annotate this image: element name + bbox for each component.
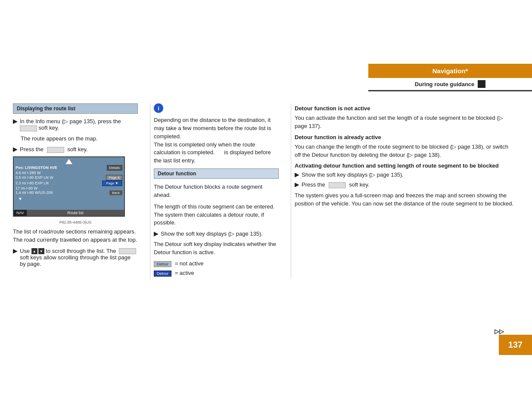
nav-row-5: 1.4 mi I-80 W/US-206 Back <box>14 190 124 195</box>
detour-active-text: = active <box>175 270 194 276</box>
nav-row-1: 4.6 mi I-280 W <box>14 171 124 175</box>
detour-inactive-row: Detour = not active <box>154 260 279 267</box>
left-bullet-1-text: In the Info menu (▷ page 135), press the… <box>20 118 138 131</box>
nav-page-a-btn[interactable]: Page A <box>106 175 122 181</box>
left-para-1: The list of road/route sections remainin… <box>13 228 138 244</box>
soft-key-1 <box>20 125 37 131</box>
right-bullet-1-text: Show the soft key displays (▷ page 135). <box>302 171 404 178</box>
right-column: Detour function is not active You can ac… <box>295 103 519 279</box>
right-subheading-2: Detour function is already active <box>295 134 515 140</box>
nav-nav-label: NAV <box>14 210 27 216</box>
scroll-down-icon: ▼ <box>38 248 44 254</box>
left-bullet-3-text: Use ▲ ▼ to scroll through the list. The … <box>20 248 138 268</box>
middle-column: i Depending on the distance to the desti… <box>154 103 287 279</box>
nav-pos-label: Pos: LIVINGSTON AVE <box>16 165 57 170</box>
bullet-arrow-m1: ▶ <box>154 230 158 237</box>
detour-inactive-text: = not active <box>175 260 204 267</box>
left-bullet-2: ▶ Press the soft key. <box>13 146 138 153</box>
left-bullet-3: ▶ Use ▲ ▼ to scroll through the list. Th… <box>13 248 138 268</box>
right-bullet-2-text: Press the soft key. <box>302 181 370 188</box>
middle-para-2: The length of this route segment can be … <box>154 203 279 227</box>
right-subheading-3: Activating detour function and setting l… <box>295 162 515 169</box>
soft-key-2 <box>47 147 64 153</box>
scroll-icons: ▲ ▼ <box>31 248 44 254</box>
col-divider-2 <box>291 103 291 279</box>
nav-row-2: 0.5 mi I-80 EXP LN W Page A <box>14 175 124 181</box>
bullet-arrow-2: ▶ <box>13 146 17 153</box>
middle-bullet-1: ▶ Show the soft key displays (▷ page 135… <box>154 230 279 237</box>
left-section-header: Displaying the route list <box>13 103 138 114</box>
detour-active-btn: Detour <box>154 271 171 277</box>
right-para-1: You can activate the function and set th… <box>295 114 515 131</box>
nav-subtitle: During route guidance <box>368 78 532 91</box>
nav-page-v-btn[interactable]: Page ▼ <box>102 181 122 186</box>
bullet-arrow-r1: ▶ <box>295 171 299 178</box>
right-bullet-1: ▶ Show the soft key displays (▷ page 135… <box>295 171 515 178</box>
nav-routelist-label: Route list <box>27 210 124 216</box>
right-para-2: You can change the length of the route s… <box>295 143 515 159</box>
nav-back-btn[interactable]: Back <box>109 190 122 195</box>
left-note-1: The route appears on the map. <box>21 135 138 143</box>
image-caption: P82.85-4486-3|US <box>13 220 138 224</box>
header-bar: Navigation* During route guidance <box>368 64 532 91</box>
nav-subtitle-text: During route guidance <box>415 81 475 87</box>
detour-active-row: Detour = active <box>154 270 279 277</box>
page-number: 137 <box>499 335 532 355</box>
left-column: Displaying the route list ▶ In the Info … <box>13 103 146 279</box>
nav-up-triangle <box>65 159 72 164</box>
nav-header-row: Pos: LIVINGSTON AVE Details <box>14 165 124 171</box>
soft-key-3 <box>119 248 136 254</box>
scroll-up-icon: ▲ <box>31 248 37 254</box>
continue-arrow: ▷▷ <box>495 328 504 335</box>
left-bullet-2-text: Press the soft key. <box>20 146 88 153</box>
right-bullet-2: ▶ Press the soft key. <box>295 181 515 188</box>
nav-row-3: 2.3 mi I-80 EXP LN Page ▼ <box>14 181 124 186</box>
middle-bullet-1-text: Show the soft key displays (▷ page 135). <box>161 230 263 237</box>
bullet-arrow-r2: ▶ <box>295 181 299 188</box>
middle-section-header: Detour function <box>154 168 279 179</box>
nav-row-4: 17 mi I-80 W <box>14 186 124 190</box>
middle-para-1: The Detour function blocks a route segme… <box>154 183 279 199</box>
nav-details-btn[interactable]: Details <box>107 165 122 171</box>
black-square-icon <box>478 80 485 88</box>
detour-inactive-btn: Detour <box>154 261 171 267</box>
nav-screen: Pos: LIVINGSTON AVE Details 4.6 mi I-280… <box>13 156 125 217</box>
bullet-arrow-1: ▶ <box>13 118 17 125</box>
middle-para-3: The Detour soft key display indicates wh… <box>154 240 279 257</box>
nav-bottom-bar: NAV Route list <box>14 210 124 216</box>
col-divider-1 <box>150 103 150 279</box>
nav-title: Navigation* <box>368 64 532 78</box>
left-bullet-1: ▶ In the Info menu (▷ page 135), press t… <box>13 118 138 131</box>
soft-key-r2 <box>329 182 346 188</box>
bullet-arrow-3: ▶ <box>13 248 17 254</box>
right-subheading-1: Detour function is not active <box>295 105 515 112</box>
middle-info-text: Depending on the distance to the destina… <box>154 116 279 165</box>
right-para-3: The system gives you a full-screen map a… <box>295 192 515 208</box>
info-icon: i <box>154 103 163 113</box>
main-content: Displaying the route list ▶ In the Info … <box>0 103 532 279</box>
